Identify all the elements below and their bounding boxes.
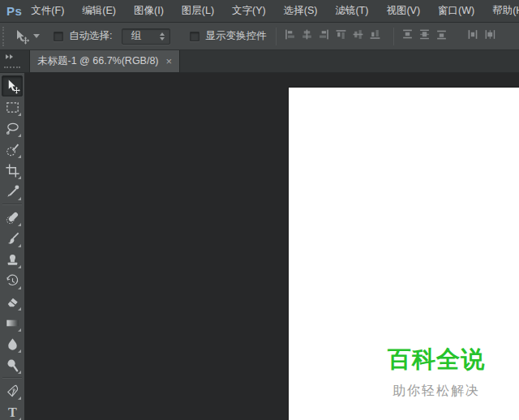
- tools-panel-separator: [2, 377, 22, 379]
- distribute-left-edges-icon: [467, 28, 479, 44]
- dodge-tool-button[interactable]: [2, 354, 23, 375]
- pen-tool-button[interactable]: [2, 380, 23, 401]
- align-top-edges-icon: [335, 28, 347, 44]
- menu-item-file[interactable]: 文件(F): [22, 0, 73, 22]
- menu-item-select[interactable]: 选择(S): [275, 0, 327, 22]
- quick-selection-tool-button[interactable]: [2, 139, 23, 160]
- lasso-tool-button[interactable]: [2, 118, 23, 139]
- menu-item-layer[interactable]: 图层(L): [173, 0, 223, 22]
- auto-select-target-value: 组: [131, 29, 160, 43]
- spot-healing-brush-tool-button[interactable]: [2, 207, 23, 228]
- distribute-left-edges-button[interactable]: [465, 28, 482, 45]
- distribute-top-edges-button[interactable]: [399, 28, 416, 45]
- document-tab-bar: 未标题-1 @ 66.7%(RGB/8) ×: [0, 50, 519, 73]
- horizontal-type-tool-icon: T: [5, 405, 20, 420]
- watermark-title: 百科全说: [388, 344, 485, 376]
- align-left-edges-button[interactable]: [281, 28, 298, 45]
- eraser-tool-icon: [5, 294, 20, 310]
- tool-preset-picker[interactable]: [13, 28, 40, 45]
- distribute-horizontal-centers-icon: [484, 28, 496, 44]
- options-bar-gripper[interactable]: [2, 27, 6, 46]
- auto-select-label: 自动选择:: [69, 29, 112, 43]
- double-chevron-right-icon[interactable]: [0, 50, 24, 62]
- align-horizontal-centers-button[interactable]: [298, 28, 315, 45]
- history-brush-tool-icon: [5, 273, 20, 289]
- main-area: T 百科全说 助你轻松解决: [0, 73, 519, 420]
- distribute-bottom-edges-icon: [435, 28, 448, 44]
- tool-preset-dropdown-arrow-icon[interactable]: [33, 34, 40, 38]
- tool-options-bar: 自动选择: 组 显示变换控件: [0, 23, 519, 50]
- blur-tool-icon: [5, 336, 20, 352]
- photoshop-logo: Ps: [6, 4, 22, 18]
- auto-select-target-dropdown[interactable]: 组: [122, 28, 170, 45]
- tab-close-icon[interactable]: ×: [166, 56, 173, 66]
- rectangular-marquee-tool-button[interactable]: [2, 96, 23, 118]
- tools-panel-gripper[interactable]: [0, 62, 24, 72]
- svg-text:T: T: [8, 405, 17, 419]
- move-tool-icon: [5, 79, 20, 94]
- tools-panel: T: [0, 73, 24, 420]
- crop-tool-button[interactable]: [2, 160, 23, 181]
- menu-item-image[interactable]: 图像(I): [125, 0, 173, 22]
- blur-tool-button[interactable]: [2, 333, 23, 354]
- menu-bar: Ps 文件(F)编辑(E)图像(I)图层(L)文字(Y)选择(S)滤镜(T)视图…: [0, 0, 519, 23]
- history-brush-tool-button[interactable]: [2, 270, 23, 291]
- move-tool-button[interactable]: [2, 75, 23, 96]
- pen-tool-icon: [5, 384, 20, 399]
- tools-panel-separator: [2, 204, 22, 205]
- quick-selection-tool-icon: [5, 142, 20, 157]
- menu-item-help[interactable]: 帮助(H): [483, 0, 519, 22]
- horizontal-type-tool-button[interactable]: T: [2, 401, 23, 420]
- eyedropper-tool-button[interactable]: [2, 181, 23, 202]
- align-right-edges-button[interactable]: [315, 28, 332, 45]
- align-bottom-edges-icon: [369, 28, 381, 44]
- show-transform-controls-checkbox[interactable]: [190, 32, 199, 41]
- align-vertical-centers-icon: [352, 28, 364, 44]
- align-vertical-centers-button[interactable]: [350, 28, 367, 45]
- align-right-edges-icon: [318, 28, 330, 44]
- menu-items: 文件(F)编辑(E)图像(I)图层(L)文字(Y)选择(S)滤镜(T)视图(V)…: [22, 0, 519, 22]
- distribute-vertical-centers-button[interactable]: [416, 28, 433, 45]
- align-bottom-edges-button[interactable]: [367, 28, 384, 45]
- tools-panel-header: [0, 50, 24, 72]
- brush-tool-icon: [5, 231, 20, 246]
- align-buttons: [281, 28, 499, 45]
- eraser-tool-button[interactable]: [2, 291, 23, 312]
- menu-item-view[interactable]: 视图(V): [377, 0, 429, 22]
- clone-stamp-tool-icon: [5, 252, 20, 268]
- auto-select-checkbox[interactable]: [54, 32, 63, 41]
- align-left-edges-icon: [284, 28, 296, 44]
- distribute-horizontal-centers-button[interactable]: [482, 28, 499, 45]
- dodge-tool-icon: [5, 358, 20, 373]
- spot-healing-brush-tool-icon: [5, 210, 20, 225]
- canvas-pasteboard[interactable]: 百科全说 助你轻松解决: [24, 73, 519, 420]
- photoshop-window: Ps 文件(F)编辑(E)图像(I)图层(L)文字(Y)选择(S)滤镜(T)视图…: [0, 0, 519, 420]
- rectangular-marquee-tool-icon: [5, 100, 20, 115]
- clone-stamp-tool-button[interactable]: [2, 249, 23, 270]
- align-horizontal-centers-icon: [301, 28, 313, 44]
- menu-item-filter[interactable]: 滤镜(T): [326, 0, 377, 22]
- gradient-tool-button[interactable]: [2, 312, 23, 333]
- options-bar-separator: [276, 28, 277, 45]
- document-canvas[interactable]: 百科全说 助你轻松解决: [288, 87, 519, 420]
- distribute-bottom-edges-button[interactable]: [433, 28, 450, 45]
- eyedropper-tool-icon: [5, 184, 20, 199]
- menu-item-type[interactable]: 文字(Y): [223, 0, 275, 22]
- move-tool-preset-icon: [13, 28, 29, 45]
- options-bar-separator: [393, 28, 394, 45]
- show-transform-controls-label: 显示变换控件: [205, 29, 266, 43]
- crop-tool-icon: [5, 163, 20, 178]
- document-tab[interactable]: 未标题-1 @ 66.7%(RGB/8) ×: [29, 50, 180, 72]
- distribute-vertical-centers-icon: [418, 28, 431, 44]
- watermark-subtitle: 助你轻松解决: [388, 383, 485, 400]
- distribute-top-edges-icon: [401, 28, 414, 44]
- menu-item-edit[interactable]: 编辑(E): [73, 0, 125, 22]
- dropdown-updown-arrows-icon: [160, 32, 165, 41]
- gradient-tool-icon: [5, 315, 20, 331]
- brush-tool-button[interactable]: [2, 228, 23, 249]
- document-tab-title: 未标题-1 @ 66.7%(RGB/8): [37, 54, 159, 68]
- menu-item-window[interactable]: 窗口(W): [429, 0, 483, 22]
- watermark: 百科全说 助你轻松解决: [388, 344, 485, 400]
- align-top-edges-button[interactable]: [332, 28, 350, 45]
- lasso-tool-icon: [5, 121, 20, 136]
